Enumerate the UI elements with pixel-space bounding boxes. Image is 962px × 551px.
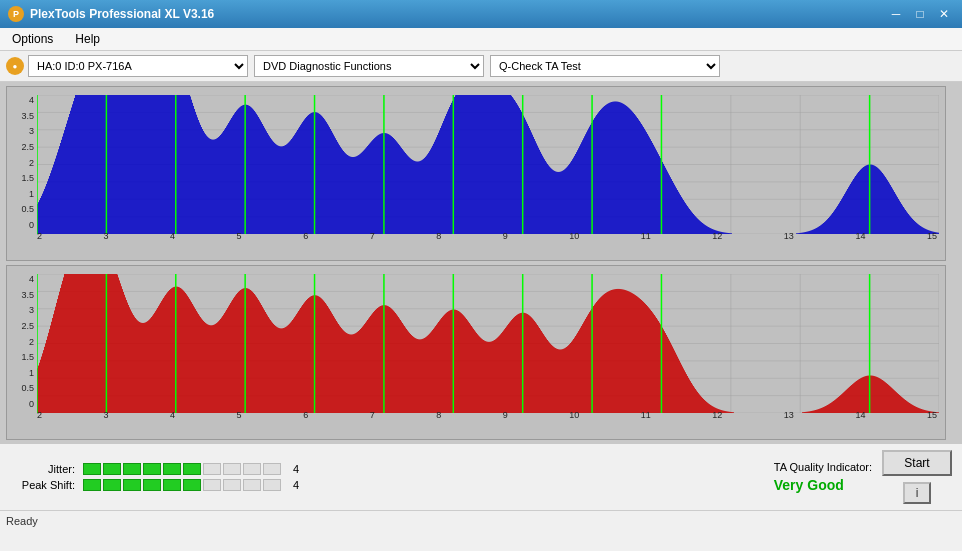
metrics-area: Jitter: 4 Peak Shift: 4 [10, 463, 724, 491]
bottom-chart: 43.532.521.510.50 23456789101112131415 [6, 265, 946, 440]
status-text: Ready [6, 515, 38, 527]
top-chart-y-axis: 43.532.521.510.50 [7, 95, 37, 230]
bottom-chart-x-axis: 23456789101112131415 [37, 407, 937, 437]
status-bar: Ready [0, 510, 962, 530]
bottom-chart-y-axis: 43.532.521.510.50 [7, 274, 37, 409]
jitter-value: 4 [293, 463, 299, 475]
jitter-label: Jitter: [10, 463, 75, 475]
meter-segment [203, 479, 221, 491]
drive-select[interactable]: HA:0 ID:0 PX-716A [28, 55, 248, 77]
peakshift-value: 4 [293, 479, 299, 491]
meter-segment [83, 479, 101, 491]
bottom-panel: Jitter: 4 Peak Shift: 4 TA Quality Indic… [0, 444, 962, 510]
meter-segment [123, 479, 141, 491]
meter-segment [243, 463, 261, 475]
menu-bar: Options Help [0, 28, 962, 51]
meter-segment [243, 479, 261, 491]
charts-area: 43.532.521.510.50 23456789101112131415 4… [0, 82, 962, 444]
meter-segment [163, 463, 181, 475]
ta-quality-area: TA Quality Indicator: Very Good [774, 461, 872, 493]
meter-segment [203, 463, 221, 475]
bottom-chart-canvas [37, 274, 939, 413]
window-controls: ─ □ ✕ [886, 6, 954, 22]
meter-segment [223, 463, 241, 475]
toolbar: ● HA:0 ID:0 PX-716A DVD Diagnostic Funct… [0, 51, 962, 82]
top-chart-canvas [37, 95, 939, 234]
meter-segment [103, 463, 121, 475]
jitter-row: Jitter: 4 [10, 463, 724, 475]
title-bar-left: P PlexTools Professional XL V3.16 [8, 6, 214, 22]
drive-selector: ● HA:0 ID:0 PX-716A [6, 55, 248, 77]
menu-options[interactable]: Options [6, 30, 59, 48]
jitter-meter [83, 463, 281, 475]
ta-quality-label: TA Quality Indicator: [774, 461, 872, 473]
minimize-button[interactable]: ─ [886, 6, 906, 22]
meter-segment [263, 479, 281, 491]
meter-segment [143, 479, 161, 491]
meter-segment [263, 463, 281, 475]
top-chart-x-axis: 23456789101112131415 [37, 228, 937, 258]
top-chart: 43.532.521.510.50 23456789101112131415 [6, 86, 946, 261]
meter-segment [163, 479, 181, 491]
meter-segment [223, 479, 241, 491]
close-button[interactable]: ✕ [934, 6, 954, 22]
maximize-button[interactable]: □ [910, 6, 930, 22]
meter-segment [183, 479, 201, 491]
title-bar: P PlexTools Professional XL V3.16 ─ □ ✕ [0, 0, 962, 28]
start-button[interactable]: Start [882, 450, 952, 476]
meter-segment [83, 463, 101, 475]
peakshift-meter [83, 479, 281, 491]
function-select[interactable]: DVD Diagnostic Functions [254, 55, 484, 77]
peakshift-row: Peak Shift: 4 [10, 479, 724, 491]
info-button[interactable]: i [903, 482, 931, 504]
action-buttons: Start i [882, 450, 952, 504]
peakshift-label: Peak Shift: [10, 479, 75, 491]
meter-segment [143, 463, 161, 475]
app-title: PlexTools Professional XL V3.16 [30, 7, 214, 21]
drive-icon: ● [6, 57, 24, 75]
ta-quality-result: Very Good [774, 477, 844, 493]
test-select[interactable]: Q-Check TA Test [490, 55, 720, 77]
menu-help[interactable]: Help [69, 30, 106, 48]
meter-segment [103, 479, 121, 491]
meter-segment [123, 463, 141, 475]
app-icon: P [8, 6, 24, 22]
meter-segment [183, 463, 201, 475]
